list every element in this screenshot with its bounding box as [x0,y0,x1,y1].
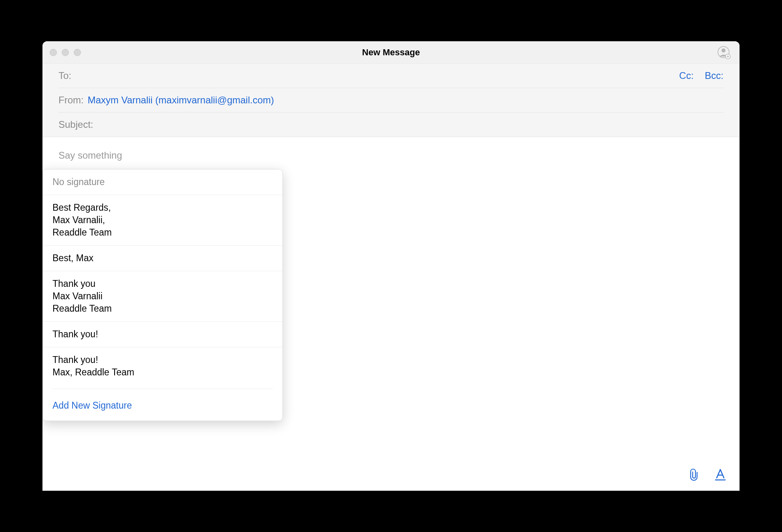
titlebar: New Message [42,41,740,64]
no-signature-option[interactable]: No signature [43,169,282,195]
add-new-signature-button[interactable]: Add New Signature [43,392,282,421]
body-placeholder: Say something [58,150,724,161]
to-label: To: [58,70,71,81]
signature-divider [52,389,273,389]
signature-option-4[interactable]: Thank you! [43,322,282,347]
paperclip-icon [688,468,700,481]
compose-window: New Message To: Cc: Bcc: [42,41,740,491]
traffic-lights [50,49,81,56]
from-label: From: [58,95,84,106]
bottom-toolbar [688,468,727,483]
header-fields-section: To: Cc: Bcc: From: Maxym Varnalii (maxim… [42,64,740,137]
attachment-button[interactable] [688,468,700,483]
to-field-row[interactable]: To: Cc: Bcc: [58,64,724,88]
message-body[interactable]: Say something No signature Best Regards,… [42,137,740,491]
window-title: New Message [50,47,732,58]
cc-button[interactable]: Cc: [679,70,693,81]
minimize-window-button[interactable] [62,49,69,56]
format-text-button[interactable] [714,468,727,483]
signature-option-3[interactable]: Thank you Max Varnalii Readdle Team [43,271,282,322]
svg-point-1 [722,48,726,52]
from-field-row[interactable]: From: Maxym Varnalii (maximvarnalii@gmai… [58,88,724,113]
add-contact-icon [717,46,731,59]
close-window-button[interactable] [50,49,57,56]
signature-option-2[interactable]: Best, Max [43,246,282,271]
signature-popup: No signature Best Regards, Max Varnalii,… [42,169,283,421]
subject-label: Subject: [58,119,93,130]
maximize-window-button[interactable] [74,49,81,56]
bcc-button[interactable]: Bcc: [705,70,724,81]
from-value: Maxym Varnalii (maximvarnalii@gmail.com) [88,95,274,106]
text-format-icon [714,468,727,481]
signature-option-1[interactable]: Best Regards, Max Varnalii, Readdle Team [43,195,282,246]
signature-option-5[interactable]: Thank you! Max, Readdle Team [43,347,282,385]
add-contact-button[interactable] [717,46,731,59]
subject-field-row[interactable]: Subject: [58,113,724,137]
